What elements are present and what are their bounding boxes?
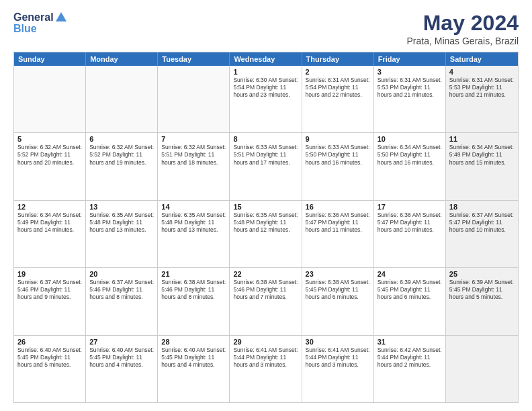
day-cell-5-2: 27Sunrise: 6:40 AM Sunset: 5:45 PM Dayli… bbox=[86, 336, 158, 402]
day-info: Sunrise: 6:31 AM Sunset: 5:53 PM Dayligh… bbox=[378, 77, 442, 99]
day-number: 16 bbox=[306, 203, 370, 211]
page: General Blue May 2024 Prata, Minas Gerai… bbox=[0, 0, 532, 411]
day-number: 11 bbox=[449, 135, 515, 143]
day-number: 3 bbox=[378, 68, 442, 76]
logo-icon bbox=[54, 11, 68, 24]
logo-text: General Blue bbox=[13, 11, 69, 35]
day-header-sunday: Sunday bbox=[14, 52, 86, 66]
day-cell-3-4: 15Sunrise: 6:35 AM Sunset: 5:48 PM Dayli… bbox=[230, 201, 302, 267]
logo: General Blue bbox=[13, 11, 69, 35]
day-info: Sunrise: 6:36 AM Sunset: 5:47 PM Dayligh… bbox=[306, 212, 370, 234]
day-cell-4-5: 23Sunrise: 6:38 AM Sunset: 5:45 PM Dayli… bbox=[302, 268, 374, 334]
day-cell-4-4: 22Sunrise: 6:38 AM Sunset: 5:46 PM Dayli… bbox=[230, 268, 302, 334]
day-number: 15 bbox=[233, 203, 298, 211]
day-header-tuesday: Tuesday bbox=[158, 52, 230, 66]
logo-general: General bbox=[13, 11, 54, 24]
day-info: Sunrise: 6:34 AM Sunset: 5:49 PM Dayligh… bbox=[449, 144, 515, 166]
day-cell-4-2: 20Sunrise: 6:37 AM Sunset: 5:46 PM Dayli… bbox=[86, 268, 158, 334]
day-number: 30 bbox=[306, 338, 370, 346]
day-number: 27 bbox=[89, 338, 154, 346]
day-cell-4-7: 25Sunrise: 6:39 AM Sunset: 5:45 PM Dayli… bbox=[446, 268, 518, 334]
day-cell-5-1: 26Sunrise: 6:40 AM Sunset: 5:45 PM Dayli… bbox=[14, 336, 86, 402]
day-number: 24 bbox=[378, 270, 442, 278]
day-number: 4 bbox=[449, 68, 515, 76]
day-info: Sunrise: 6:38 AM Sunset: 5:46 PM Dayligh… bbox=[233, 279, 298, 301]
day-cell-5-6: 31Sunrise: 6:42 AM Sunset: 5:44 PM Dayli… bbox=[374, 336, 446, 402]
day-info: Sunrise: 6:32 AM Sunset: 5:51 PM Dayligh… bbox=[161, 144, 226, 166]
day-info: Sunrise: 6:35 AM Sunset: 5:48 PM Dayligh… bbox=[89, 212, 154, 234]
day-cell-2-2: 6Sunrise: 6:32 AM Sunset: 5:52 PM Daylig… bbox=[86, 133, 158, 199]
day-number: 26 bbox=[17, 338, 82, 346]
week-row-2: 5Sunrise: 6:32 AM Sunset: 5:52 PM Daylig… bbox=[14, 132, 518, 199]
day-number: 13 bbox=[89, 203, 154, 211]
day-number: 23 bbox=[306, 270, 370, 278]
day-number: 25 bbox=[449, 270, 515, 278]
day-cell-5-5: 30Sunrise: 6:41 AM Sunset: 5:44 PM Dayli… bbox=[302, 336, 374, 402]
day-headers: SundayMondayTuesdayWednesdayThursdayFrid… bbox=[14, 52, 518, 66]
day-number: 7 bbox=[161, 135, 226, 143]
day-info: Sunrise: 6:42 AM Sunset: 5:44 PM Dayligh… bbox=[378, 347, 442, 369]
day-cell-4-1: 19Sunrise: 6:37 AM Sunset: 5:46 PM Dayli… bbox=[14, 268, 86, 334]
day-header-saturday: Saturday bbox=[446, 52, 518, 66]
day-info: Sunrise: 6:30 AM Sunset: 5:54 PM Dayligh… bbox=[233, 77, 298, 99]
day-info: Sunrise: 6:40 AM Sunset: 5:45 PM Dayligh… bbox=[161, 347, 226, 369]
day-info: Sunrise: 6:35 AM Sunset: 5:48 PM Dayligh… bbox=[233, 212, 298, 234]
week-row-5: 26Sunrise: 6:40 AM Sunset: 5:45 PM Dayli… bbox=[14, 335, 518, 402]
day-number: 14 bbox=[161, 203, 226, 211]
day-cell-3-6: 17Sunrise: 6:36 AM Sunset: 5:47 PM Dayli… bbox=[374, 201, 446, 267]
day-number: 22 bbox=[233, 270, 298, 278]
day-cell-2-3: 7Sunrise: 6:32 AM Sunset: 5:51 PM Daylig… bbox=[158, 133, 230, 199]
day-cell-1-7: 4Sunrise: 6:31 AM Sunset: 5:53 PM Daylig… bbox=[446, 66, 518, 132]
day-number: 9 bbox=[306, 135, 370, 143]
day-info: Sunrise: 6:38 AM Sunset: 5:45 PM Dayligh… bbox=[306, 279, 370, 301]
day-number: 1 bbox=[233, 68, 298, 76]
day-cell-2-7: 11Sunrise: 6:34 AM Sunset: 5:49 PM Dayli… bbox=[446, 133, 518, 199]
day-cell-3-3: 14Sunrise: 6:35 AM Sunset: 5:48 PM Dayli… bbox=[158, 201, 230, 267]
day-cell-3-5: 16Sunrise: 6:36 AM Sunset: 5:47 PM Dayli… bbox=[302, 201, 374, 267]
title-block: May 2024 Prata, Minas Gerais, Brazil bbox=[407, 11, 519, 46]
day-info: Sunrise: 6:40 AM Sunset: 5:45 PM Dayligh… bbox=[17, 347, 82, 369]
week-row-4: 19Sunrise: 6:37 AM Sunset: 5:46 PM Dayli… bbox=[14, 267, 518, 334]
day-info: Sunrise: 6:40 AM Sunset: 5:45 PM Dayligh… bbox=[89, 347, 154, 369]
day-info: Sunrise: 6:37 AM Sunset: 5:46 PM Dayligh… bbox=[89, 279, 154, 301]
day-number: 10 bbox=[378, 135, 442, 143]
week-row-1: 1Sunrise: 6:30 AM Sunset: 5:54 PM Daylig… bbox=[14, 66, 518, 132]
day-info: Sunrise: 6:39 AM Sunset: 5:45 PM Dayligh… bbox=[449, 279, 515, 301]
day-header-thursday: Thursday bbox=[302, 52, 374, 66]
day-info: Sunrise: 6:37 AM Sunset: 5:47 PM Dayligh… bbox=[449, 212, 515, 234]
day-number: 17 bbox=[378, 203, 442, 211]
day-cell-1-1 bbox=[14, 66, 86, 132]
day-number: 8 bbox=[233, 135, 298, 143]
day-cell-1-6: 3Sunrise: 6:31 AM Sunset: 5:53 PM Daylig… bbox=[374, 66, 446, 132]
day-info: Sunrise: 6:41 AM Sunset: 5:44 PM Dayligh… bbox=[306, 347, 370, 369]
day-header-wednesday: Wednesday bbox=[230, 52, 302, 66]
day-cell-5-7 bbox=[446, 336, 518, 402]
month-title: May 2024 bbox=[407, 11, 519, 36]
day-number: 31 bbox=[378, 338, 442, 346]
weeks: 1Sunrise: 6:30 AM Sunset: 5:54 PM Daylig… bbox=[14, 66, 518, 402]
day-info: Sunrise: 6:39 AM Sunset: 5:45 PM Dayligh… bbox=[378, 279, 442, 301]
week-row-3: 12Sunrise: 6:34 AM Sunset: 5:49 PM Dayli… bbox=[14, 200, 518, 267]
day-cell-2-6: 10Sunrise: 6:34 AM Sunset: 5:50 PM Dayli… bbox=[374, 133, 446, 199]
header: General Blue May 2024 Prata, Minas Gerai… bbox=[13, 11, 519, 46]
day-info: Sunrise: 6:34 AM Sunset: 5:49 PM Dayligh… bbox=[17, 212, 82, 234]
day-cell-3-7: 18Sunrise: 6:37 AM Sunset: 5:47 PM Dayli… bbox=[446, 201, 518, 267]
day-cell-2-1: 5Sunrise: 6:32 AM Sunset: 5:52 PM Daylig… bbox=[14, 133, 86, 199]
day-number: 18 bbox=[449, 203, 515, 211]
day-number: 6 bbox=[89, 135, 154, 143]
day-info: Sunrise: 6:33 AM Sunset: 5:50 PM Dayligh… bbox=[306, 144, 370, 166]
day-info: Sunrise: 6:33 AM Sunset: 5:51 PM Dayligh… bbox=[233, 144, 298, 166]
day-info: Sunrise: 6:41 AM Sunset: 5:44 PM Dayligh… bbox=[233, 347, 298, 369]
day-number: 21 bbox=[161, 270, 226, 278]
day-number: 28 bbox=[161, 338, 226, 346]
day-cell-4-6: 24Sunrise: 6:39 AM Sunset: 5:45 PM Dayli… bbox=[374, 268, 446, 334]
day-number: 19 bbox=[17, 270, 82, 278]
day-info: Sunrise: 6:37 AM Sunset: 5:46 PM Dayligh… bbox=[17, 279, 82, 301]
logo-blue: Blue bbox=[13, 23, 69, 35]
day-cell-2-5: 9Sunrise: 6:33 AM Sunset: 5:50 PM Daylig… bbox=[302, 133, 374, 199]
day-cell-3-1: 12Sunrise: 6:34 AM Sunset: 5:49 PM Dayli… bbox=[14, 201, 86, 267]
day-number: 5 bbox=[17, 135, 82, 143]
day-info: Sunrise: 6:38 AM Sunset: 5:46 PM Dayligh… bbox=[161, 279, 226, 301]
day-header-friday: Friday bbox=[374, 52, 446, 66]
day-number: 29 bbox=[233, 338, 298, 346]
